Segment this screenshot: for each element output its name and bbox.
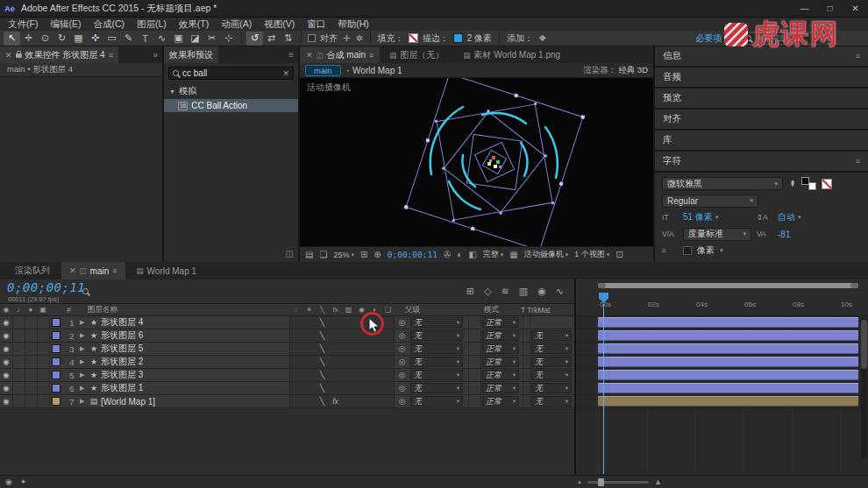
layer-name[interactable]: [World Map 1]: [101, 395, 155, 407]
lock-icon[interactable]: [16, 53, 22, 58]
expand-arrow-icon[interactable]: ▶: [80, 382, 89, 394]
layer-name[interactable]: 形状图层 4: [101, 316, 143, 329]
magnification-icon[interactable]: ❏: [319, 250, 327, 259]
draft-3d-icon[interactable]: ◇: [484, 286, 491, 297]
mode-dropdown[interactable]: 正常 ▾: [482, 343, 519, 354]
menu-item[interactable]: 帮助(H): [331, 18, 375, 31]
stroke-width-box[interactable]: [683, 246, 692, 255]
composition-viewport[interactable]: 活动摄像机: [300, 78, 653, 246]
fx-switch[interactable]: fx: [329, 395, 342, 407]
zoom-out-icon[interactable]: ▲: [577, 479, 582, 484]
zoom-select[interactable]: 25% ▾: [333, 251, 354, 259]
panel-tab-library[interactable]: 库: [655, 131, 868, 150]
形状图层 1[interactable]: ◉ 6 ▶ ★ 形状图层 1 ╲ ◎ 无 ▾: [0, 382, 574, 395]
parent-dropdown[interactable]: 无 ▾: [410, 383, 463, 393]
panel-tab-audio[interactable]: 音频: [655, 67, 868, 87]
frame-blend-switch-icon[interactable]: ▥: [342, 306, 355, 314]
fill-swatch[interactable]: [409, 33, 418, 43]
parent-pick-whip-icon[interactable]: ◎: [396, 395, 408, 407]
clear-search-icon[interactable]: ✕: [282, 69, 289, 78]
panel-tab-character[interactable]: 字符 ≡: [655, 152, 868, 171]
mode-dropdown[interactable]: 正常 ▾: [482, 317, 519, 328]
effects-search-input[interactable]: [182, 68, 279, 78]
brush-tool-icon[interactable]: ∿: [153, 32, 170, 46]
grid-guides-icon[interactable]: ⊞: [360, 250, 367, 259]
quality-switch[interactable]: ╲: [316, 382, 329, 394]
snap-checkbox[interactable]: [308, 34, 316, 42]
eye-icon[interactable]: ◉: [0, 369, 12, 381]
shape-tool-icon[interactable]: ▭: [103, 32, 120, 46]
panel-menu-icon[interactable]: ≡: [856, 157, 860, 166]
layer-name[interactable]: 形状图层 3: [101, 369, 143, 381]
eyedropper-icon[interactable]: ✒: [786, 180, 798, 187]
mask-visibility-icon[interactable]: ⊕: [374, 250, 381, 259]
stroke-width-value[interactable]: 2 像素: [467, 32, 492, 45]
形状图层 2[interactable]: ◉ 4 ▶ ★ 形状图层 2 ╲ ◎ 无 ▾: [0, 356, 574, 369]
layer-duration-bar[interactable]: [598, 357, 858, 367]
eye-icon[interactable]: ◉: [0, 395, 12, 407]
column-parent[interactable]: 父级: [405, 304, 420, 315]
panel-menu-icon[interactable]: ≡: [112, 266, 117, 275]
layer-switches[interactable]: [289, 382, 395, 394]
column-layer-name[interactable]: 图层名称: [88, 304, 117, 315]
font-size-value[interactable]: 51 像素 ▾: [683, 211, 751, 223]
effects-category-row[interactable]: ▼ 模拟: [164, 83, 298, 99]
menu-item[interactable]: 窗口: [301, 18, 331, 31]
lock-column-icon[interactable]: ▣: [37, 306, 49, 314]
mode-dropdown[interactable]: 正常 ▾: [482, 383, 519, 393]
layer-name[interactable]: 形状图层 2: [101, 356, 143, 368]
fill-color-swatch[interactable]: [801, 177, 809, 185]
mode-dropdown[interactable]: 正常 ▾: [482, 370, 519, 380]
quality-switch[interactable]: ╲: [316, 369, 329, 381]
menu-item[interactable]: 图层(L): [131, 18, 173, 31]
vertical-scrollbar[interactable]: [861, 318, 867, 458]
trkmat-dropdown[interactable]: 无 ▾: [531, 357, 572, 367]
tracking-value[interactable]: -81: [778, 230, 790, 239]
eye-icon[interactable]: ◉: [0, 343, 12, 355]
panel-tab-preview[interactable]: 预览: [655, 88, 868, 108]
parent-pick-whip-icon[interactable]: ◎: [396, 316, 408, 329]
snap-option-b-icon[interactable]: ✲: [355, 33, 362, 43]
layer-switches[interactable]: [289, 395, 395, 407]
tab-effect-controls[interactable]: ✕ 效果控件 形状图层 4 ≡: [0, 46, 118, 63]
layer-duration-bar[interactable]: [598, 396, 858, 407]
channels-icon[interactable]: ◧: [468, 250, 476, 259]
eraser-tool-icon[interactable]: ◪: [187, 32, 203, 46]
fx-switch[interactable]: [329, 329, 342, 342]
leading-value[interactable]: 自动 ▾: [778, 211, 801, 223]
graph-editor-icon[interactable]: ∿: [556, 286, 564, 297]
layer-duration-bar[interactable]: [598, 317, 858, 328]
renderer-value[interactable]: 经典 3D: [618, 65, 648, 76]
形状图层 4[interactable]: ◉ 1 ▶ ★ 形状图层 4 ╲ ◎ 无 ▾: [0, 316, 574, 329]
expand-arrow-icon[interactable]: ▶: [80, 316, 89, 329]
expand-arrow-icon[interactable]: ▶: [80, 356, 89, 368]
layer-color-swatch[interactable]: [52, 371, 60, 379]
solo-column-icon[interactable]: ●: [25, 306, 37, 314]
column-mode[interactable]: 模式: [484, 304, 499, 315]
panel-tab-align[interactable]: 对齐: [655, 110, 868, 129]
scrollbar-thumb[interactable]: [861, 320, 867, 369]
search-icon[interactable]: [82, 288, 89, 294]
current-timecode[interactable]: 0;00;00;11: [7, 280, 85, 294]
threed-switch-icon[interactable]: ❑: [381, 306, 395, 314]
fx-switch[interactable]: [329, 382, 342, 394]
add-shape-icon[interactable]: ❖: [538, 33, 546, 43]
frame-blending-icon[interactable]: ▥: [519, 286, 528, 297]
eye-icon[interactable]: ◉: [0, 382, 12, 394]
view-layout-select[interactable]: 1 个视图 ▾: [574, 249, 609, 260]
effects-search-field[interactable]: ✕: [168, 67, 294, 80]
shy-switch-icon[interactable]: ◌: [289, 306, 302, 314]
expand-arrow-icon[interactable]: ▶: [80, 343, 89, 355]
menu-item[interactable]: 文件(F): [2, 18, 44, 31]
close-icon[interactable]: ✕: [5, 51, 12, 60]
close-button[interactable]: ✕: [843, 0, 868, 17]
type-tool-icon[interactable]: T: [137, 32, 153, 46]
trkmat-dropdown[interactable]: 无 ▾: [531, 383, 572, 393]
region-of-interest-icon[interactable]: ▦: [509, 250, 517, 259]
[World Map 1][interactable]: ◉ 7 ▶ ▤ [World Map 1] ╲ fx ◎ 无: [0, 395, 574, 408]
close-icon[interactable]: ✕: [69, 266, 76, 275]
panel-menu-icon[interactable]: ≡: [284, 46, 298, 63]
parent-pick-whip-icon[interactable]: ◎: [396, 356, 408, 368]
resolution-select[interactable]: 完整 ▾: [483, 249, 504, 260]
parent-pick-whip-icon[interactable]: ◎: [396, 369, 408, 381]
